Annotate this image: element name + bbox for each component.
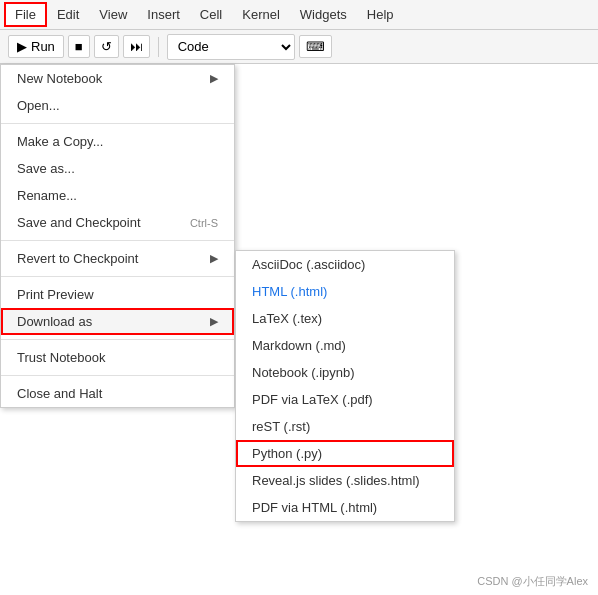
close-halt-label: Close and Halt xyxy=(17,386,102,401)
menu-cell[interactable]: Cell xyxy=(190,3,232,26)
keyboard-icon: ⌨ xyxy=(306,39,325,54)
revert-checkpoint-arrow: ▶ xyxy=(210,252,218,265)
save-checkpoint-label: Save and Checkpoint xyxy=(17,215,141,230)
separator-1 xyxy=(1,123,234,124)
menu-item-open[interactable]: Open... xyxy=(1,92,234,119)
restart-button[interactable]: ↺ xyxy=(94,35,119,58)
menu-item-save-checkpoint[interactable]: Save and Checkpoint Ctrl-S xyxy=(1,209,234,236)
fast-forward-button[interactable]: ⏭ xyxy=(123,35,150,58)
cell-type-select[interactable]: Code Markdown Raw NBConvert Heading xyxy=(167,34,295,60)
file-dropdown-menu: New Notebook ▶ Open... Make a Copy... Sa… xyxy=(0,64,235,408)
save-as-label: Save as... xyxy=(17,161,75,176)
menu-item-trust-notebook[interactable]: Trust Notebook xyxy=(1,344,234,371)
stop-icon: ■ xyxy=(75,39,83,54)
revert-checkpoint-label: Revert to Checkpoint xyxy=(17,251,138,266)
toolbar: ▶ Run ■ ↺ ⏭ Code Markdown Raw NBConvert … xyxy=(0,30,598,64)
open-label: Open... xyxy=(17,98,60,113)
new-notebook-arrow: ▶ xyxy=(210,72,218,85)
latex-label: LaTeX (.tex) xyxy=(252,311,322,326)
menu-item-save-as[interactable]: Save as... xyxy=(1,155,234,182)
run-button[interactable]: ▶ Run xyxy=(8,35,64,58)
keyboard-shortcut-button[interactable]: ⌨ xyxy=(299,35,332,58)
submenu-item-notebook[interactable]: Notebook (.ipynb) xyxy=(236,359,454,386)
submenu-item-asciidoc[interactable]: AsciiDoc (.asciidoc) xyxy=(236,251,454,278)
menu-kernel[interactable]: Kernel xyxy=(232,3,290,26)
submenu-item-markdown[interactable]: Markdown (.md) xyxy=(236,332,454,359)
separator-3 xyxy=(1,276,234,277)
menu-item-close-halt[interactable]: Close and Halt xyxy=(1,380,234,407)
menu-item-revert-checkpoint[interactable]: Revert to Checkpoint ▶ xyxy=(1,245,234,272)
menu-item-download-as[interactable]: Download as ▶ xyxy=(1,308,234,335)
asciidoc-label: AsciiDoc (.asciidoc) xyxy=(252,257,365,272)
menubar: File Edit View Insert Cell Kernel Widget… xyxy=(0,0,598,30)
make-copy-label: Make a Copy... xyxy=(17,134,103,149)
menu-view[interactable]: View xyxy=(89,3,137,26)
notebook-label: Notebook (.ipynb) xyxy=(252,365,355,380)
menu-item-rename[interactable]: Rename... xyxy=(1,182,234,209)
submenu-item-python[interactable]: Python (.py) xyxy=(236,440,454,467)
menu-insert[interactable]: Insert xyxy=(137,3,190,26)
html-label: HTML (.html) xyxy=(252,284,327,299)
revealjs-label: Reveal.js slides (.slides.html) xyxy=(252,473,420,488)
new-notebook-label: New Notebook xyxy=(17,71,102,86)
menu-edit[interactable]: Edit xyxy=(47,3,89,26)
pdf-html-label: PDF via HTML (.html) xyxy=(252,500,377,515)
submenu-item-pdf-html[interactable]: PDF via HTML (.html) xyxy=(236,494,454,521)
separator-4 xyxy=(1,339,234,340)
menu-widgets[interactable]: Widgets xyxy=(290,3,357,26)
separator-5 xyxy=(1,375,234,376)
separator-2 xyxy=(1,240,234,241)
submenu-item-revealjs[interactable]: Reveal.js slides (.slides.html) xyxy=(236,467,454,494)
stop-button[interactable]: ■ xyxy=(68,35,90,58)
watermark: CSDN @小任同学Alex xyxy=(477,574,588,589)
restart-icon: ↺ xyxy=(101,39,112,54)
menu-item-new-notebook[interactable]: New Notebook ▶ xyxy=(1,65,234,92)
save-checkpoint-shortcut: Ctrl-S xyxy=(190,217,218,229)
submenu-item-pdf-latex[interactable]: PDF via LaTeX (.pdf) xyxy=(236,386,454,413)
menu-item-make-copy[interactable]: Make a Copy... xyxy=(1,128,234,155)
main-content: New Notebook ▶ Open... Make a Copy... Sa… xyxy=(0,64,598,595)
toolbar-separator xyxy=(158,37,159,57)
submenu-item-rest[interactable]: reST (.rst) xyxy=(236,413,454,440)
submenu-item-latex[interactable]: LaTeX (.tex) xyxy=(236,305,454,332)
rest-label: reST (.rst) xyxy=(252,419,310,434)
download-as-label: Download as xyxy=(17,314,92,329)
rename-label: Rename... xyxy=(17,188,77,203)
menu-file[interactable]: File xyxy=(4,2,47,27)
python-label: Python (.py) xyxy=(252,446,322,461)
run-label: Run xyxy=(31,39,55,54)
fast-forward-icon: ⏭ xyxy=(130,39,143,54)
download-as-submenu: AsciiDoc (.asciidoc) HTML (.html) LaTeX … xyxy=(235,250,455,522)
pdf-latex-label: PDF via LaTeX (.pdf) xyxy=(252,392,373,407)
print-preview-label: Print Preview xyxy=(17,287,94,302)
run-icon: ▶ xyxy=(17,39,27,54)
submenu-item-html[interactable]: HTML (.html) xyxy=(236,278,454,305)
trust-notebook-label: Trust Notebook xyxy=(17,350,105,365)
menu-item-print-preview[interactable]: Print Preview xyxy=(1,281,234,308)
download-as-arrow: ▶ xyxy=(210,315,218,328)
menu-help[interactable]: Help xyxy=(357,3,404,26)
markdown-label: Markdown (.md) xyxy=(252,338,346,353)
